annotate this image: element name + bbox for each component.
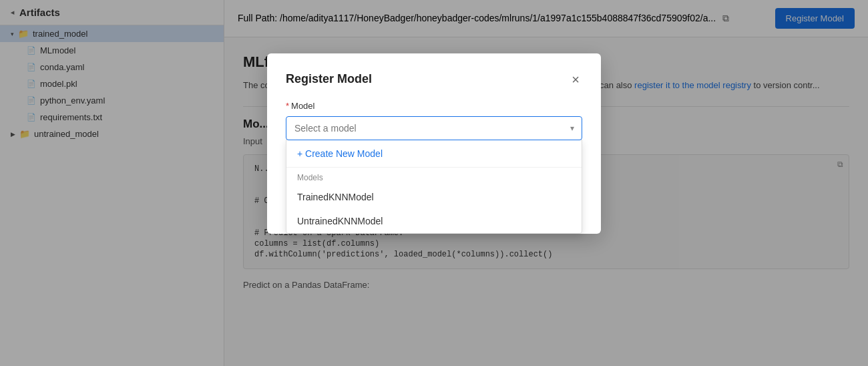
models-section-label: Models bbox=[286, 168, 582, 185]
model-select-wrapper: ▾ bbox=[286, 116, 582, 140]
dropdown-item-untrained-knn[interactable]: UntrainedKNNModel bbox=[286, 209, 582, 233]
modal-header: Register Model × bbox=[286, 72, 582, 86]
modal-close-button[interactable]: × bbox=[569, 73, 582, 86]
model-select-input[interactable] bbox=[286, 116, 582, 140]
required-marker: * bbox=[286, 101, 289, 111]
modal-overlay: Register Model × * Model ▾ + Create New … bbox=[0, 0, 868, 366]
dropdown-item-trained-knn[interactable]: TrainedKNNModel bbox=[286, 185, 582, 209]
create-new-model-option[interactable]: + Create New Model bbox=[286, 140, 582, 168]
register-model-modal: Register Model × * Model ▾ + Create New … bbox=[267, 53, 601, 234]
field-label: * Model bbox=[286, 101, 582, 111]
model-dropdown: + Create New Model Models TrainedKNNMode… bbox=[286, 140, 582, 234]
modal-title: Register Model bbox=[286, 72, 372, 86]
field-label-text: Model bbox=[291, 101, 314, 111]
model-field: * Model ▾ + Create New Model Models Trai… bbox=[286, 101, 582, 234]
